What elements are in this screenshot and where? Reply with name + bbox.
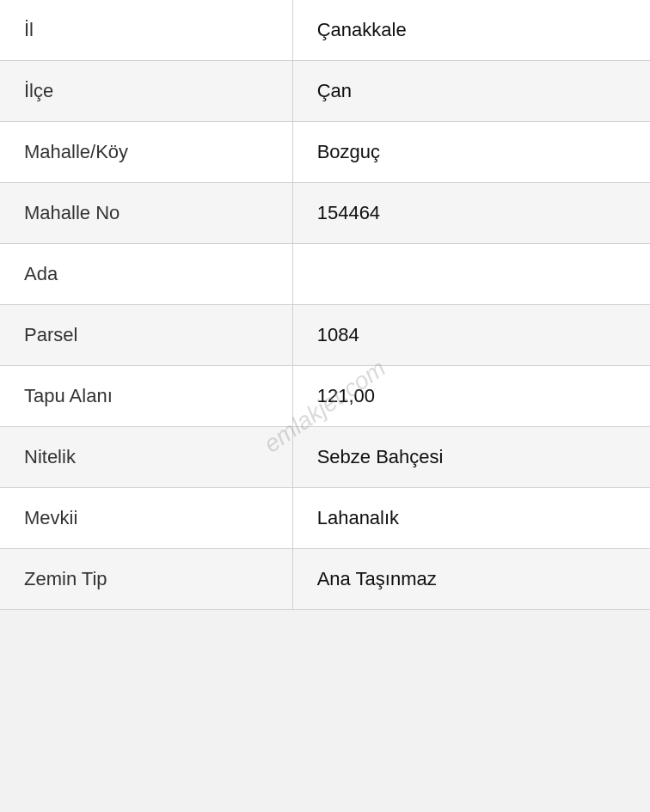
table-row: İlÇanakkale xyxy=(0,0,650,61)
row-value: Bozguç xyxy=(292,122,650,183)
row-value: 1084 xyxy=(292,305,650,366)
table-row: Zemin TipAna Taşınmaz xyxy=(0,549,650,610)
row-label: Mahalle/Köy xyxy=(0,122,292,183)
row-label: Parsel xyxy=(0,305,292,366)
row-label: Ada xyxy=(0,244,292,305)
table-row: İlçeÇan xyxy=(0,61,650,122)
row-label: Tapu Alanı xyxy=(0,366,292,427)
row-value: Çanakkale xyxy=(292,0,650,61)
table-row: Tapu Alanı121,00 xyxy=(0,366,650,427)
row-label: Mevkii xyxy=(0,488,292,549)
row-value: Çan xyxy=(292,61,650,122)
row-value: 154464 xyxy=(292,183,650,244)
row-value: Sebze Bahçesi xyxy=(292,427,650,488)
table-row: Parsel1084 xyxy=(0,305,650,366)
row-value: Ana Taşınmaz xyxy=(292,549,650,610)
table-row: Mahalle/KöyBozguç xyxy=(0,122,650,183)
row-value xyxy=(292,244,650,305)
table-row: Ada xyxy=(0,244,650,305)
row-label: Nitelik xyxy=(0,427,292,488)
row-label: İlçe xyxy=(0,61,292,122)
row-value: 121,00 xyxy=(292,366,650,427)
table-row: MevkiiLahanalık xyxy=(0,488,650,549)
row-label: Mahalle No xyxy=(0,183,292,244)
row-label: İl xyxy=(0,0,292,61)
table-row: Mahalle No154464 xyxy=(0,183,650,244)
table-row: NitelikSebze Bahçesi xyxy=(0,427,650,488)
property-table: İlÇanakkaleİlçeÇanMahalle/KöyBozguçMahal… xyxy=(0,0,650,610)
row-value: Lahanalık xyxy=(292,488,650,549)
row-label: Zemin Tip xyxy=(0,549,292,610)
table-container: İlÇanakkaleİlçeÇanMahalle/KöyBozguçMahal… xyxy=(0,0,650,812)
